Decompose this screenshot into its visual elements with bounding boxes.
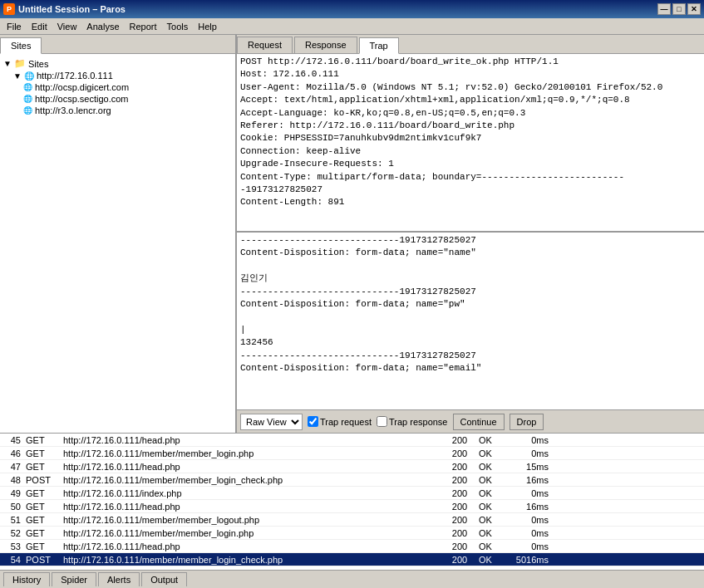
cell-time: 0ms (510, 435, 551, 445)
cell-status: OK (476, 555, 510, 565)
cell-url: http://172.16.0.111/member/member_login_… (61, 475, 443, 485)
cell-url: http://172.16.0.111/head.php (61, 435, 443, 445)
request-list[interactable]: 45 GET http://172.16.0.111/head.php 200 … (0, 434, 704, 570)
trap-response-label[interactable]: Trap response (377, 416, 448, 427)
maximize-button[interactable]: □ (672, 3, 686, 15)
raw-view-select[interactable]: Raw View (240, 414, 303, 430)
trap-line-4: Accept-Language: ko-KR,ko;q=0.8,en-US;q=… (240, 107, 701, 120)
title-bar-left: P Untitled Session – Paros (3, 3, 126, 15)
trap-line-5: Referer: http://172.16.0.111/board/board… (240, 120, 701, 132)
tree-label-0: http://172.16.0.111 (37, 71, 113, 81)
cell-time: 0ms (510, 541, 551, 551)
menu-analyse[interactable]: Analyse (81, 20, 124, 33)
menu-view[interactable]: View (52, 20, 82, 33)
table-row[interactable]: 52 GET http://172.16.0.111/member/member… (0, 527, 704, 540)
tab-response[interactable]: Response (294, 37, 357, 53)
bottom-tabs-row: History Spider Alerts Output (0, 570, 704, 588)
cell-method: GET (23, 448, 61, 458)
cell-num: 46 (0, 448, 23, 458)
cell-method: POST (23, 555, 61, 565)
table-row[interactable]: 54 POST http://172.16.0.111/member/membe… (0, 553, 704, 566)
trap-body-line-4: -----------------------------19173127825… (240, 286, 701, 298)
tab-output[interactable]: Output (141, 572, 187, 586)
cell-num: 51 (0, 515, 23, 525)
continue-button[interactable]: Continue (453, 414, 505, 430)
table-row[interactable]: 45 GET http://172.16.0.111/head.php 200 … (0, 434, 704, 447)
menu-edit[interactable]: Edit (27, 20, 52, 33)
trap-body-line-1: Content-Disposition: form-data; name="na… (240, 247, 701, 259)
tree-node-1[interactable]: 🌐 http://ocsp.digicert.com (23, 81, 232, 93)
cell-status: OK (476, 502, 510, 512)
trap-line-1: Host: 172.16.0.111 (240, 68, 701, 81)
cell-time: 0ms (510, 515, 551, 525)
cell-code: 200 (443, 502, 476, 512)
minimize-button[interactable]: — (657, 3, 671, 15)
tree-node-3[interactable]: 🌐 http://r3.o.lencr.org (23, 105, 232, 116)
right-panel: Request Response Trap POST http://172.16… (237, 35, 704, 433)
trap-top-area[interactable]: POST http://172.16.0.111/board/board_wri… (237, 54, 704, 233)
cell-url: http://172.16.0.111/member/member_logout… (61, 515, 443, 525)
tree-label-1: http://ocsp.digicert.com (35, 82, 129, 92)
menu-tools[interactable]: Tools (162, 20, 194, 33)
trap-request-label[interactable]: Trap request (308, 416, 372, 427)
drop-button[interactable]: Drop (510, 414, 544, 430)
close-button[interactable]: ✕ (687, 3, 701, 15)
menu-report[interactable]: Report (125, 20, 162, 33)
cell-num: 50 (0, 502, 23, 512)
table-row[interactable]: 50 GET http://172.16.0.111/head.php 200 … (0, 500, 704, 513)
cell-code: 200 (443, 555, 476, 565)
trap-line-9: Content-Type: multipart/form-data; bound… (240, 171, 701, 197)
trap-bottom-area[interactable]: -----------------------------19173127825… (237, 233, 704, 409)
tree-root[interactable]: ▼ 📁 Sites (3, 57, 232, 70)
cell-num: 48 (0, 475, 23, 485)
trap-body-line-2 (240, 260, 701, 272)
main-container: Sites ▼ 📁 Sites ▼ 🌐 http://172.16.0.111 … (0, 35, 704, 588)
menu-file[interactable]: File (2, 20, 27, 33)
trap-response-text: Trap response (389, 417, 448, 427)
sites-tree[interactable]: ▼ 📁 Sites ▼ 🌐 http://172.16.0.111 🌐 http… (0, 54, 235, 433)
trap-line-2: User-Agent: Mozilla/5.0 (Windows NT 5.1;… (240, 81, 701, 94)
tab-alerts[interactable]: Alerts (98, 572, 140, 586)
cell-url: http://172.16.0.111/member/member_login.… (61, 528, 443, 538)
cell-status: OK (476, 475, 510, 485)
tab-sites[interactable]: Sites (0, 37, 42, 54)
trap-line-8: Upgrade-Insecure-Requests: 1 (240, 158, 701, 170)
table-row[interactable]: 46 GET http://172.16.0.111/member/member… (0, 447, 704, 460)
menu-bar: File Edit View Analyse Report Tools Help (0, 18, 704, 35)
tab-request[interactable]: Request (237, 37, 293, 53)
cell-status: OK (476, 515, 510, 525)
tree-node-2[interactable]: 🌐 http://ocsp.sectigo.com (23, 93, 232, 105)
table-row[interactable]: 53 GET http://172.16.0.111/head.php 200 … (0, 540, 704, 553)
table-row[interactable]: 47 GET http://172.16.0.111/head.php 200 … (0, 460, 704, 473)
trap-line-10: Content-Length: 891 (240, 196, 701, 208)
cell-num: 47 (0, 462, 23, 472)
app-icon: P (3, 3, 15, 15)
tab-trap[interactable]: Trap (359, 37, 399, 54)
tree-root-label: Sites (28, 59, 48, 69)
trap-request-checkbox[interactable] (308, 416, 318, 427)
cell-time: 0ms (510, 528, 551, 538)
cell-url: http://172.16.0.111/index.php (61, 488, 443, 498)
tab-history[interactable]: History (3, 572, 50, 586)
trap-response-checkbox[interactable] (377, 416, 387, 427)
cell-url: http://172.16.0.111/member/member_login.… (61, 448, 443, 458)
cell-url: http://172.16.0.111/head.php (61, 462, 443, 472)
expand-icon-0[interactable]: ▼ (13, 71, 22, 81)
cell-method: GET (23, 515, 61, 525)
cell-time: 5016ms (510, 555, 551, 565)
cell-method: GET (23, 462, 61, 472)
cell-num: 54 (0, 555, 23, 565)
cell-code: 200 (443, 435, 476, 445)
expand-icon[interactable]: ▼ (3, 59, 12, 68)
tree-label-3: http://r3.o.lencr.org (35, 105, 111, 115)
menu-help[interactable]: Help (193, 20, 222, 33)
table-row[interactable]: 51 GET http://172.16.0.111/member/member… (0, 513, 704, 527)
table-row[interactable]: 48 POST http://172.16.0.111/member/membe… (0, 473, 704, 487)
tab-spider[interactable]: Spider (52, 572, 96, 586)
table-row[interactable]: 49 GET http://172.16.0.111/index.php 200… (0, 487, 704, 500)
tree-node-0[interactable]: ▼ 🌐 http://172.16.0.111 (13, 70, 232, 81)
trap-body-line-7: 132456 (240, 336, 701, 349)
page-icon-1: 🌐 (23, 83, 32, 91)
trap-line-6: Cookie: PHPSESSID=7anuhkubv9dm2ntimkv1cu… (240, 132, 701, 145)
trap-line-3: Accept: text/html,application/xhtml+xml,… (240, 94, 701, 106)
